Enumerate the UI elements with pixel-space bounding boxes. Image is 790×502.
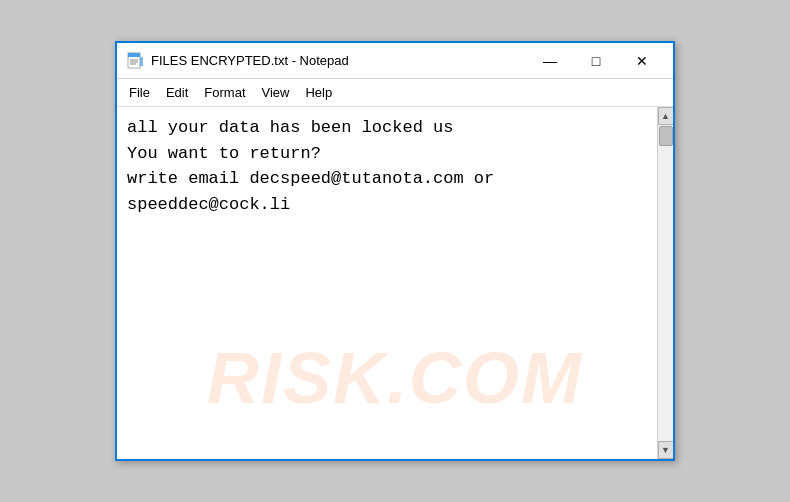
menu-help[interactable]: Help [297, 81, 340, 104]
content-area: all your data has been locked us You wan… [117, 107, 673, 459]
text-editor[interactable]: all your data has been locked us You wan… [117, 107, 657, 459]
window-title: FILES ENCRYPTED.txt - Notepad [151, 53, 527, 68]
text-line-3: write email decspeed@tutanota.com or [127, 166, 647, 192]
text-line-4: speeddec@cock.li [127, 192, 647, 218]
notepad-window: FILES ENCRYPTED.txt - Notepad — □ ✕ File… [115, 41, 675, 461]
window-controls: — □ ✕ [527, 45, 665, 77]
vertical-scrollbar[interactable]: ▲ ▼ [657, 107, 673, 459]
scroll-thumb[interactable] [659, 126, 673, 146]
menu-bar: File Edit Format View Help [117, 79, 673, 107]
menu-file[interactable]: File [121, 81, 158, 104]
scroll-down-button[interactable]: ▼ [658, 441, 674, 459]
text-line-2: You want to return? [127, 141, 647, 167]
menu-view[interactable]: View [254, 81, 298, 104]
text-line-1: all your data has been locked us [127, 115, 647, 141]
maximize-button[interactable]: □ [573, 45, 619, 77]
svg-rect-5 [140, 57, 143, 66]
svg-rect-1 [128, 53, 140, 57]
menu-edit[interactable]: Edit [158, 81, 196, 104]
app-icon [125, 51, 145, 71]
title-bar: FILES ENCRYPTED.txt - Notepad — □ ✕ [117, 43, 673, 79]
scroll-up-button[interactable]: ▲ [658, 107, 674, 125]
menu-format[interactable]: Format [196, 81, 253, 104]
close-button[interactable]: ✕ [619, 45, 665, 77]
scroll-track[interactable] [658, 125, 673, 441]
minimize-button[interactable]: — [527, 45, 573, 77]
